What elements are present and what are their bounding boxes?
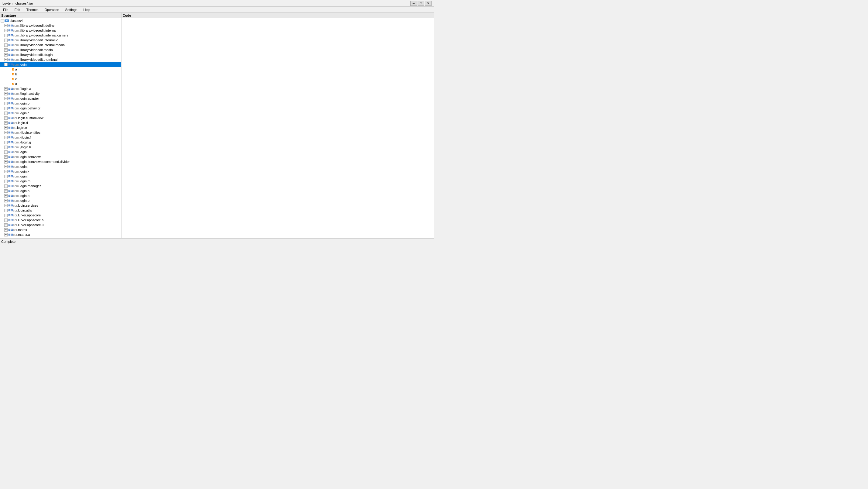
expand-icon[interactable]: + [4, 112, 8, 115]
list-item[interactable]: +⊞⊞com.login.l [0, 174, 121, 179]
list-item[interactable]: +⊞⊞com.library.videoedit.media [0, 48, 121, 52]
list-item[interactable]: J b [0, 72, 121, 77]
close-button[interactable]: ✕ [425, 1, 432, 6]
list-item[interactable]: +⊞⊞com.2login.a [0, 86, 121, 91]
minimize-button[interactable]: ─ [410, 1, 417, 6]
expand-icon[interactable]: + [4, 38, 8, 42]
list-item[interactable]: +⊞⊞cor.login.utils [0, 208, 121, 213]
list-item[interactable]: +⊞⊞com.login.b [0, 101, 121, 106]
list-item[interactable]: +⊞⊞cor.matrix [0, 227, 121, 232]
list-item[interactable]: +⊞⊞cor.login.d [0, 120, 121, 125]
expand-icon[interactable]: + [4, 165, 8, 168]
expand-icon[interactable]: + [4, 58, 8, 61]
list-item[interactable]: +⊞⊞com.login.itemview.recommend.divider [0, 159, 121, 164]
list-item[interactable]: +⊞⊞cor.lurker.appscore.a [0, 218, 121, 223]
expand-icon[interactable]: + [4, 87, 8, 91]
expand-icon[interactable]: + [4, 146, 8, 149]
list-item[interactable]: +⊞⊞com.library.videoedit.thumbnail [0, 57, 121, 62]
menu-help[interactable]: Help [82, 7, 92, 12]
structure-tree[interactable]: - ⊞ classes4 +⊞⊞com.1library.videoedit.d… [0, 18, 121, 238]
list-item[interactable]: +⊞⊞com.xlogin.g [0, 140, 121, 145]
list-item[interactable]: J c [0, 77, 121, 82]
expand-icon[interactable]: + [4, 184, 8, 188]
list-item[interactable]: +⊞⊞cor.lurker.appscore.ui [0, 223, 121, 227]
list-item[interactable]: +⊞⊞com.2library.videoedit.internal [0, 28, 121, 33]
expand-icon[interactable]: + [4, 228, 8, 232]
list-item[interactable]: +⊞⊞com.3login.activity [0, 91, 121, 96]
list-item[interactable]: +⊞⊞co.login.e [0, 125, 121, 130]
expand-icon[interactable]: + [4, 136, 8, 139]
item-label: login.a [21, 87, 31, 91]
list-item[interactable]: +⊞⊞com.login.j [0, 164, 121, 169]
menu-themes[interactable]: Themes [25, 7, 40, 12]
expand-icon[interactable]: + [4, 209, 8, 212]
expand-icon[interactable]: + [4, 121, 8, 124]
list-item[interactable]: +⊞⊞com.library.videoedit.internal.media [0, 42, 121, 48]
list-item[interactable]: +⊞⊞com.xilogin.f [0, 135, 121, 140]
expand-icon[interactable]: + [4, 175, 8, 178]
list-item[interactable]: +⊞⊞com.1library.videoedit.define [0, 23, 121, 28]
list-item[interactable]: J a [0, 67, 121, 72]
expand-icon[interactable]: + [4, 141, 8, 144]
expand-icon[interactable]: - [4, 63, 8, 66]
list-item[interactable]: +⊞⊞com.login.p [0, 198, 121, 203]
list-item[interactable]: +⊞⊞com.login.behavior [0, 106, 121, 111]
expand-icon[interactable]: + [4, 214, 8, 217]
expand-icon[interactable]: + [4, 131, 8, 134]
menu-file[interactable]: File [1, 7, 10, 12]
list-item[interactable]: +⊞⊞com.login.m [0, 179, 121, 183]
list-item[interactable]: J d [0, 82, 121, 86]
expand-icon[interactable]: + [4, 180, 8, 183]
expand-icon[interactable]: + [4, 126, 8, 130]
list-item[interactable]: +⊞⊞com.login.n [0, 189, 121, 193]
list-item[interactable]: +⊞⊞com.login.itemview [0, 154, 121, 159]
expand-icon[interactable]: + [4, 97, 8, 100]
tree-root[interactable]: - ⊞ classes4 [0, 18, 121, 23]
expand-icon[interactable]: + [4, 29, 8, 32]
expand-icon[interactable]: + [4, 194, 8, 198]
list-item[interactable]: +⊞⊞com.library.videoedit.plugin [0, 52, 121, 57]
list-item[interactable]: +⊞⊞cor.login.services [0, 203, 121, 208]
expand-icon[interactable]: + [4, 150, 8, 154]
expand-icon[interactable]: + [4, 233, 8, 236]
expand-icon[interactable]: + [4, 223, 8, 227]
list-item[interactable]: +⊞⊞com.3library.videoedit.internal.camer… [0, 33, 121, 38]
expand-icon[interactable]: + [4, 53, 8, 57]
menu-settings[interactable]: Settings [63, 7, 79, 12]
list-item[interactable]: +⊞⊞cor.matrix.a [0, 232, 121, 237]
expand-icon[interactable]: + [4, 116, 8, 120]
expand-icon[interactable]: + [4, 155, 8, 159]
list-item[interactable]: +⊞⊞com.login.i [0, 149, 121, 154]
menu-operation[interactable]: Operation [42, 7, 61, 12]
list-item[interactable]: -⊞⊞com.login [0, 62, 121, 67]
list-item[interactable]: +⊞⊞com.login.manager [0, 183, 121, 189]
expand-icon[interactable]: + [4, 189, 8, 193]
list-item[interactable]: +⊞⊞cor.login.customview [0, 115, 121, 120]
list-item[interactable]: +⊞⊞com.login.k [0, 169, 121, 174]
list-item[interactable]: +⊞⊞com.ylogin.h [0, 145, 121, 149]
expand-icon[interactable]: + [4, 204, 8, 207]
expand-icon[interactable]: + [4, 199, 8, 202]
list-item[interactable]: +⊞⊞cor.lurker.appscore [0, 213, 121, 218]
expand-icon[interactable]: + [4, 102, 8, 105]
list-item[interactable]: +⊞⊞com.library.videoedit.internal.io [0, 38, 121, 42]
expand-icon[interactable]: + [4, 34, 8, 37]
expand-root[interactable]: - [1, 19, 4, 23]
expand-icon[interactable]: + [4, 48, 8, 52]
expand-icon[interactable]: + [4, 170, 8, 173]
list-item[interactable]: +⊞⊞com.login.o [0, 193, 121, 198]
expand-icon[interactable]: + [4, 44, 8, 47]
expand-icon[interactable]: + [4, 24, 8, 27]
item-label: login.j [20, 165, 29, 168]
expand-icon[interactable]: + [4, 160, 8, 164]
expand-icon[interactable]: + [4, 92, 8, 95]
list-item[interactable]: +⊞⊞com.xilogin.entities [0, 130, 121, 135]
expand-icon[interactable]: + [4, 238, 8, 238]
list-item[interactable]: +⊞⊞com.login.adapter [0, 96, 121, 101]
maximize-button[interactable]: □ [417, 1, 424, 6]
list-item[interactable]: +⊞⊞com.login.c [0, 111, 121, 115]
expand-icon[interactable]: + [4, 107, 8, 110]
list-item[interactable]: +⊞⊞cor.matrix.base [0, 237, 121, 238]
expand-icon[interactable]: + [4, 219, 8, 222]
menu-edit[interactable]: Edit [13, 7, 22, 12]
